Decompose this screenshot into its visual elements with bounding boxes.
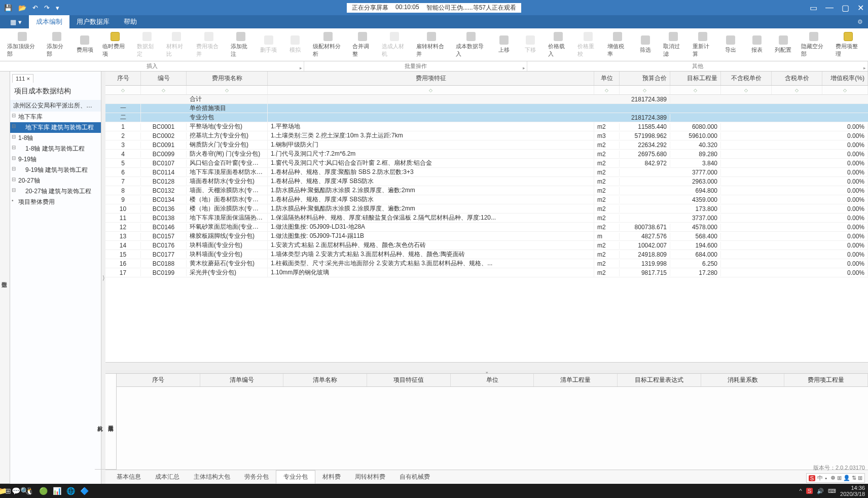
window-minimize-icon[interactable]: — (825, 3, 834, 13)
row-summary[interactable]: 合计 2181724.389 (105, 95, 868, 104)
table-row[interactable]: 13BC0157橡胶板踢脚线(专业分包)1.做法图集按: 05J909-TJ14… (105, 232, 868, 241)
bottom-tab-1[interactable]: 成本汇总 (148, 471, 187, 483)
table-row[interactable]: 15BC0177块料墙面(专业分包)1.墙体类型:内墙 2.安装方式:粘贴 3.… (105, 250, 868, 259)
horizontal-scrollbar[interactable] (105, 362, 868, 370)
tree-root[interactable]: 凉州区公安局和平派出所、火车... (10, 100, 101, 112)
menu-gear-icon[interactable]: ⚙ (852, 15, 868, 28)
qat-open-icon[interactable]: 📂 (18, 4, 26, 12)
table-row[interactable]: 2BC0002挖基坑土方(专业分包)1.土壤类别:三类 2.挖土深度:10m 3… (105, 131, 868, 140)
sub-grid-body[interactable] (117, 387, 868, 463)
tree-node-6[interactable]: 20-27轴 (10, 175, 101, 186)
ribbon-19[interactable]: 增值税率 (604, 31, 631, 59)
ribbon-1[interactable]: 添加分部 (44, 31, 70, 59)
table-row[interactable]: 17BC0199采光井(专业分包)1.10mm厚的钢化玻璃m29817.7151… (105, 268, 868, 277)
tab-close-icon[interactable]: × (26, 76, 29, 82)
qat-undo-icon[interactable]: ↶ (32, 4, 38, 12)
ribbon-13[interactable]: 雇转材料合并 (413, 31, 450, 59)
window-close-icon[interactable]: ✕ (857, 3, 864, 13)
tree-node-8[interactable]: 项目整体费用 (10, 197, 101, 207)
bottom-tab-7[interactable]: 自有机械费 (392, 471, 437, 483)
bottom-tab-4[interactable]: 专业分包 (276, 470, 315, 484)
sub-col-3[interactable]: 项目特征值 (367, 374, 451, 386)
bottom-tab-6[interactable]: 周转材料费 (348, 471, 392, 483)
menu-help[interactable]: 帮助 (117, 15, 144, 28)
table-row[interactable]: 1BC0001平整场地(专业分包)1.平整场地m211585.4406080.0… (105, 122, 868, 131)
sub-vtab-1[interactable]: 人材机 (95, 374, 105, 470)
qat-save-icon[interactable]: 💾 (4, 4, 12, 12)
ribbon-15[interactable]: 上移 (492, 34, 516, 55)
doc-tab-111[interactable]: 111 × (12, 74, 33, 83)
bottom-tab-0[interactable]: 基本信息 (110, 471, 148, 483)
tray-icon-1[interactable]: ⊞ (837, 475, 842, 481)
table-row[interactable]: 7BC0128墙面卷材防水(专业分包)1.卷材品种、规格、厚度:4厚 SBS防水… (105, 177, 868, 186)
sub-col-0[interactable]: 序号 (117, 374, 200, 386)
ribbon-10[interactable]: 级配材料分析 (310, 31, 346, 59)
window-extra-icon[interactable]: ▭ (810, 3, 817, 13)
table-row[interactable]: 10BC0136楼（地）面涂膜防水(专业分包)1.防水膜品种:聚氨酯防水涂膜 2… (105, 204, 868, 214)
table-row[interactable]: 4BC0099防火卷帘(闸) 门(专业分包)1.门代号及洞口尺寸:7.2m*6.… (105, 150, 868, 159)
tray-icon-0[interactable]: ☸ (830, 475, 836, 481)
ribbon-2[interactable]: 费用项 (73, 34, 96, 55)
tree-node-5[interactable]: 9-19轴 建筑与装饰工程 (10, 165, 101, 175)
ribbon-17[interactable]: 价格载入 (545, 31, 571, 59)
ribbon-26[interactable]: 隐藏空分部 (798, 31, 829, 59)
grid-body[interactable]: 合计 2181724.389 一 单价措施项目 二 专业分包 2181724.3… (105, 95, 868, 362)
col-unit[interactable]: 单位 (594, 72, 620, 85)
col-tax[interactable]: 含税单价 (772, 72, 822, 85)
tree-node-2[interactable]: 1-8轴 (10, 133, 101, 144)
window-maximize-icon[interactable]: ▢ (842, 3, 849, 13)
sub-vtab-0[interactable]: 工程量清单 (105, 374, 116, 470)
table-row[interactable]: 11BC0138地下车库顶屋面保温隔热(专...1.保温隔热材料品种、规格、厚度… (105, 214, 868, 223)
menu-user-db[interactable]: 用户数据库 (69, 15, 117, 28)
tray-icon-4[interactable]: ⊞ (858, 475, 862, 481)
table-row[interactable]: 5BC0107风口铝合金百叶窗(专业分包)1.窗代号及洞口尺寸:风口铝合金百叶窗… (105, 159, 868, 168)
sub-col-4[interactable]: 单位 (451, 374, 534, 386)
table-row[interactable]: 6BC0114地下车库顶屋面卷材防水(专...1.卷材品种、规格、厚度:聚酯胎 … (105, 168, 868, 177)
ribbon-11[interactable]: 合并调整 (349, 31, 376, 59)
col-seq[interactable]: 序号 (105, 72, 141, 85)
bottom-tab-2[interactable]: 主体结构大包 (187, 471, 237, 483)
row-group-1[interactable]: 一 单价措施项目 (105, 104, 868, 113)
sub-col-2[interactable]: 清单名称 (283, 374, 367, 386)
table-row[interactable]: 8BC0132墙面、天棚涂膜防水(专业分包)1.防水膜品种:聚氨酯防水涂膜 2.… (105, 186, 868, 195)
qat-more-icon[interactable]: ▾ (56, 4, 59, 12)
sub-col-7[interactable]: 消耗量系数 (701, 374, 785, 386)
ribbon-20[interactable]: 筛选 (634, 34, 657, 55)
sub-col-8[interactable]: 费用项工程量 (784, 374, 868, 386)
menu-cost-edit[interactable]: 成本编制 (29, 15, 69, 28)
tree-node-0[interactable]: 地下车库 (10, 112, 101, 122)
col-rate[interactable]: 增值税率(%) (822, 72, 868, 85)
tray-icon-3[interactable]: ⇅ (852, 475, 856, 481)
ribbon-7[interactable]: 添加批注 (228, 31, 254, 59)
tree-node-7[interactable]: 20-27轴 建筑与装饰工程 (10, 186, 101, 197)
table-row[interactable]: 9BC0134楼（地）面卷材防水(专业分包)1.卷材品种、规格、厚度:4厚 SB… (105, 195, 868, 204)
ribbon-22[interactable]: 重新计算 (690, 31, 716, 59)
ribbon-21[interactable]: 取消过滤 (660, 31, 686, 59)
table-row[interactable]: 3BC0091钢质防火门(专业分包)1.钢制甲级防火门m222634.29240… (105, 140, 868, 150)
sub-col-6[interactable]: 目标工程量表达式 (618, 374, 701, 386)
ribbon-25[interactable]: 列配置 (772, 34, 795, 55)
ribbon-3[interactable]: 临时费用项 (99, 31, 131, 59)
col-qty[interactable]: 目标工程量 (670, 72, 721, 85)
col-name[interactable]: 费用项名称 (187, 72, 268, 85)
tree-node-3[interactable]: 1-8轴 建筑与装饰工程 (10, 144, 101, 154)
tree-node-4[interactable]: 9-19轴 (10, 154, 101, 165)
table-row[interactable]: 12BC0146环氧砂浆面层地面(专业分包)1.做法图集按: 05J909-LD… (105, 223, 868, 232)
col-code[interactable]: 编号 (141, 72, 187, 85)
ribbon-14[interactable]: 成本数据导入 (453, 31, 489, 59)
menu-file-icon[interactable]: ▦ ▾ (3, 15, 29, 28)
sub-col-1[interactable]: 清单编号 (200, 374, 284, 386)
table-row[interactable]: 14BC0176块料墙面(专业分包)1.安装方式:粘贴 2.面层材料品种、规格、… (105, 241, 868, 250)
ribbon-27[interactable]: 费用项整理 (833, 31, 864, 59)
col-feat[interactable]: 费用项特征 (268, 72, 594, 85)
sub-col-5[interactable]: 清单工程量 (534, 374, 618, 386)
bottom-tab-5[interactable]: 材料费 (315, 471, 348, 483)
qat-redo-icon[interactable]: ↷ (44, 4, 50, 12)
tray-icon-2[interactable]: 👤 (843, 475, 850, 481)
ribbon-0[interactable]: 添加顶级分部 (4, 31, 41, 59)
row-group-2[interactable]: 二 专业分包 2181724.389 (105, 113, 868, 122)
col-price[interactable]: 预算合价 (620, 72, 670, 85)
col-untax[interactable]: 不含税单价 (721, 72, 772, 85)
tree-node-1[interactable]: 地下车库 建筑与装饰工程 (10, 122, 101, 133)
ribbon-24[interactable]: 报表 (745, 34, 769, 55)
